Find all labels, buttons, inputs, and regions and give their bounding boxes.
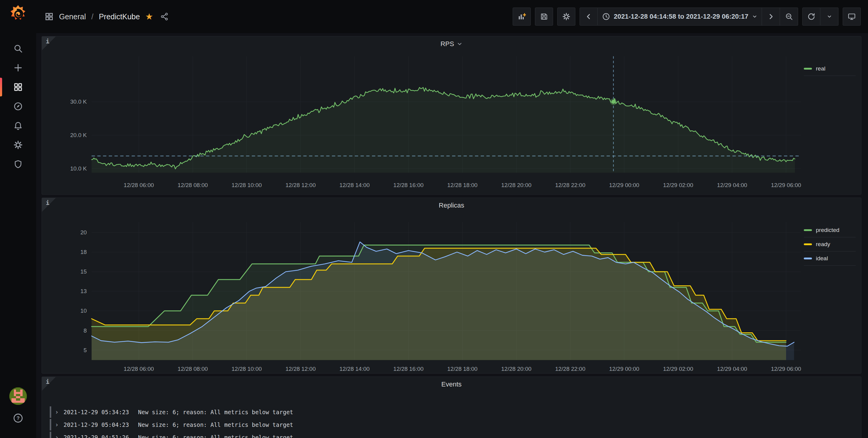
panel-menu-caret-icon [457, 41, 463, 47]
refresh-interval-dropdown[interactable] [820, 7, 838, 26]
dashboard-grid-icon [44, 12, 54, 21]
event-row[interactable]: ›2021-12-29 05:34:23New size: 6; reason:… [50, 406, 853, 418]
sidebar-menu [0, 43, 36, 169]
panel-replicas: i Replicas predictedreadyideal 12/28 06:… [41, 198, 861, 374]
svg-text:10.0 K: 10.0 K [70, 165, 87, 172]
panel-events: i Events ›2021-12-29 05:34:23New size: 6… [41, 376, 861, 438]
help-icon[interactable]: ? [13, 413, 24, 425]
legend-label: predicted [816, 227, 839, 233]
svg-text:10: 10 [81, 308, 87, 314]
breadcrumb-folder[interactable]: General [59, 12, 86, 21]
rps-chart[interactable]: 12/28 06:0012/28 08:0012/28 10:0012/28 1… [42, 36, 861, 194]
svg-text:12/28 18:00: 12/28 18:00 [447, 366, 477, 372]
sidebar-item-dashboards[interactable] [0, 82, 36, 92]
breadcrumb: General / PredictKube ★ [44, 12, 169, 21]
admin-shield-icon[interactable] [0, 159, 36, 169]
top-nav: General / PredictKube ★ [36, 0, 868, 33]
svg-text:12/28 20:00: 12/28 20:00 [501, 366, 531, 372]
search-icon[interactable] [0, 43, 36, 54]
svg-text:12/28 12:00: 12/28 12:00 [285, 182, 315, 188]
event-row[interactable]: ›2021-12-29 04:51:26New size: 6; reason:… [50, 432, 853, 438]
time-range-picker[interactable]: 2021-12-28 04:14:58 to 2021-12-29 06:20:… [598, 7, 762, 26]
legend-item-ready[interactable]: ready [804, 237, 856, 251]
share-icon[interactable] [160, 12, 169, 21]
svg-text:8: 8 [84, 328, 87, 334]
main-area: General / PredictKube ★ [36, 0, 868, 438]
svg-text:20.0 K: 20.0 K [70, 132, 87, 138]
svg-text:12/28 10:00: 12/28 10:00 [231, 366, 261, 372]
expand-chevron-icon[interactable]: › [55, 421, 59, 428]
panel-rps: i RPS real 12/28 06:0012/28 08:0012/28 1… [41, 36, 861, 195]
expand-chevron-icon[interactable]: › [55, 408, 59, 416]
breadcrumb-dashboard[interactable]: PredictKube [99, 12, 140, 21]
create-plus-icon[interactable] [0, 63, 36, 73]
replicas-legend: predictedreadyideal [804, 223, 856, 266]
replicas-chart[interactable]: 12/28 06:0012/28 08:0012/28 10:0012/28 1… [42, 198, 861, 373]
svg-text:12/28 18:00: 12/28 18:00 [447, 182, 477, 188]
kiosk-tv-button[interactable] [843, 7, 861, 26]
dashboard-toolbar: 2021-12-28 04:14:58 to 2021-12-29 06:20:… [513, 7, 861, 26]
replicas-panel-title[interactable]: Replicas [42, 202, 861, 209]
svg-text:20: 20 [81, 229, 87, 236]
legend-swatch [804, 68, 812, 70]
event-row[interactable]: ›2021-12-29 05:04:23New size: 6; reason:… [50, 419, 853, 431]
svg-text:5: 5 [84, 347, 87, 353]
svg-text:30.0 K: 30.0 K [70, 99, 87, 105]
event-time: 2021-12-29 05:04:23 [64, 422, 129, 428]
time-picker-group: 2021-12-28 04:14:58 to 2021-12-29 06:20:… [580, 7, 798, 26]
dashboard-settings-button[interactable] [557, 7, 575, 26]
rps-legend: real [804, 62, 856, 76]
svg-text:?: ? [17, 415, 20, 421]
svg-text:13: 13 [81, 288, 87, 294]
svg-text:12/28 06:00: 12/28 06:00 [124, 366, 154, 372]
svg-text:12/29 04:00: 12/29 04:00 [717, 182, 747, 188]
legend-label: ideal [816, 255, 828, 262]
add-panel-button[interactable] [513, 7, 531, 26]
grafana-app: ? General / PredictKube ★ [0, 0, 868, 438]
svg-text:12/29 06:00: 12/29 06:00 [771, 366, 801, 372]
legend-label: real [816, 65, 826, 72]
time-shift-forward-button[interactable] [762, 7, 780, 26]
svg-text:12/28 20:00: 12/28 20:00 [501, 182, 531, 188]
event-time: 2021-12-29 05:34:23 [64, 409, 129, 415]
svg-text:18: 18 [81, 249, 87, 255]
svg-text:12/28 14:00: 12/28 14:00 [339, 366, 370, 372]
svg-text:12/28 16:00: 12/28 16:00 [393, 182, 424, 188]
svg-text:12/28 22:00: 12/28 22:00 [555, 366, 585, 372]
user-avatar[interactable] [9, 388, 27, 405]
svg-text:12/29 00:00: 12/29 00:00 [609, 182, 639, 188]
favorite-star-icon[interactable]: ★ [145, 12, 153, 21]
legend-swatch [804, 258, 812, 259]
event-message: New size: 6; reason: All metrics below t… [138, 409, 293, 415]
refresh-group [802, 7, 838, 26]
grafana-logo-icon[interactable] [8, 4, 28, 24]
legend-swatch [804, 243, 812, 245]
events-panel-title[interactable]: Events [42, 380, 861, 388]
legend-item-predicted[interactable]: predicted [804, 223, 856, 237]
time-shift-back-button[interactable] [580, 7, 598, 26]
svg-text:12/29 04:00: 12/29 04:00 [717, 366, 747, 372]
expand-chevron-icon[interactable]: › [55, 434, 59, 438]
legend-item-real[interactable]: real [804, 62, 856, 76]
svg-text:15: 15 [81, 268, 87, 275]
refresh-button[interactable] [802, 7, 820, 26]
explore-compass-icon[interactable] [0, 101, 36, 111]
rps-panel-title[interactable]: RPS [42, 40, 861, 48]
sidebar: ? [0, 0, 36, 438]
legend-item-ideal[interactable]: ideal [804, 251, 856, 266]
zoom-out-time-button[interactable] [780, 7, 798, 26]
svg-text:12/28 12:00: 12/28 12:00 [285, 366, 315, 372]
save-dashboard-button[interactable] [535, 7, 553, 26]
svg-text:12/29 00:00: 12/29 00:00 [609, 366, 639, 372]
events-title-text: Events [441, 380, 461, 388]
svg-text:12/28 06:00: 12/28 06:00 [124, 182, 154, 188]
svg-text:12/29 02:00: 12/29 02:00 [663, 182, 693, 188]
svg-text:12/28 16:00: 12/28 16:00 [393, 366, 424, 372]
svg-text:12/28 10:00: 12/28 10:00 [231, 182, 261, 188]
alerting-bell-icon[interactable] [0, 121, 36, 131]
replicas-title-text: Replicas [439, 202, 464, 209]
configuration-gear-icon[interactable] [0, 140, 36, 150]
dashboard-grid: i RPS real 12/28 06:0012/28 08:0012/28 1… [36, 33, 868, 438]
svg-text:12/29 06:00: 12/29 06:00 [771, 182, 801, 188]
legend-swatch [804, 229, 812, 231]
